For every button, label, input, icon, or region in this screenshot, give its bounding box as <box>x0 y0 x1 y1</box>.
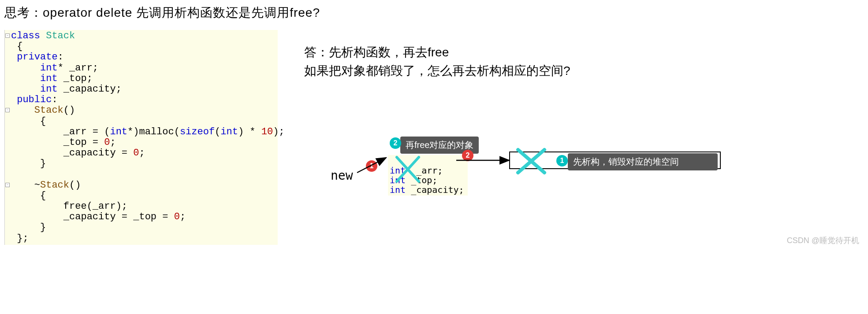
answer-text: 答：先析构函数，再去free 如果把对象都销毁了，怎么再去析构相应的空间? <box>304 43 864 80</box>
new-label: new <box>331 168 353 183</box>
badge-red-2: 2 <box>462 150 473 161</box>
callout-destructor: 先析构，销毁对应的堆空间 <box>568 153 718 170</box>
badge-red-1: 1 <box>366 160 377 172</box>
fold-icon: - <box>5 183 10 187</box>
answer-line-2: 如果把对象都销毁了，怎么再去析构相应的空间? <box>304 62 864 80</box>
main-row: -class Stack { private: int* _arr; int _… <box>4 30 864 245</box>
right-column: 答：先析构函数，再去free 如果把对象都销毁了，怎么再去析构相应的空间? ne… <box>278 30 864 208</box>
badge-teal-1: 1 <box>556 155 568 166</box>
fold-icon: - <box>5 108 10 112</box>
diagram: new int* _arr; int _top; int _capacity; … <box>304 111 864 208</box>
question-heading: 思考：operator delete 先调用析构函数还是先调用free? <box>4 4 864 21</box>
watermark: CSDN @睡觉待开机 <box>787 235 859 246</box>
fold-icon: - <box>5 33 10 38</box>
answer-line-1: 答：先析构函数，再去free <box>304 43 864 62</box>
badge-teal-2: 2 <box>390 137 401 149</box>
code-block: -class Stack { private: int* _arr; int _… <box>4 30 278 245</box>
mini-code-block: int* _arr; int _top; int _capacity; <box>388 155 468 196</box>
